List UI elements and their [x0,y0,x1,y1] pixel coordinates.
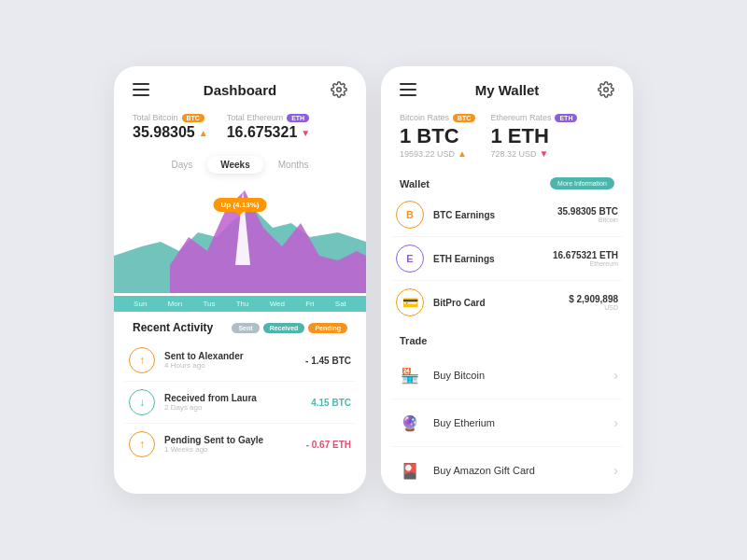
wallet-item-label: ETH Earnings [433,254,543,264]
btc-rate-label: Bitcoin Rates BTC [400,113,475,122]
activity-amount: - 1.45 BTC [305,356,351,366]
wallet-item-amount: 35.98305 BTC [557,206,618,217]
buy-ethereum-label: Buy Etherium [433,417,604,428]
eth-rate-value: 1 ETH [490,124,577,148]
buy-ethereum-icon: 🔮 [396,409,424,437]
chart-day-wed: Wed [270,300,285,308]
wallet-section-header: Wallet More Information [381,170,633,193]
activity-info: Pending Sent to Gayle 1 Weeks ago [164,435,297,454]
btc-rate-value: 1 BTC [400,124,475,148]
dashboard-header: Dashboard [114,66,366,105]
trade-section-header: Trade [381,324,633,352]
wallet-settings-icon[interactable] [598,81,614,98]
activity-badges: Sent Received Pending [232,323,347,333]
chart-area: Up (4.13%) Sun Mon Tus Thu Wed Fri Sat [114,181,366,312]
wallet-item: 💳 BitPro Card $ 2,909,898 USD [392,281,622,324]
wallet-item-amount: 16.675321 ETH [553,250,618,260]
btc-badge: BTC [182,114,204,122]
activity-icon-down: ↓ [129,389,155,415]
eth-rate-usd: 728.32 USD ▼ [490,148,577,159]
wallet-item-currency: Bitcoin [557,217,618,223]
btc-arrow-up-icon: ▲ [199,128,208,138]
activity-title: Recent Activity [133,321,213,334]
btc-rate-arrow-icon: ▲ [458,148,467,159]
eth-label: Total Ethereum ETH [227,113,311,122]
btc-label: Total Bitcoin BTC [133,113,208,122]
wallet-item-currency: USD [569,304,618,311]
chart-day-mon: Mon [168,300,183,308]
chevron-right-icon: › [613,368,618,383]
activity-name: Sent to Alexander [164,351,296,361]
wallet-item-value: 35.98305 BTC Bitcoin [557,206,618,223]
chart-day-tus: Tus [203,300,215,308]
activity-item: ↑ Sent to Alexander 4 Hours ago - 1.45 B… [125,340,355,382]
chart-day-sun: Sun [134,300,147,308]
badge-sent: Sent [232,323,259,333]
activity-icon-pending: ↑ [129,431,155,457]
btc-rate-badge: BTC [453,114,475,122]
menu-icon[interactable] [133,83,149,96]
activity-info: Received from Laura 2 Days ago [164,393,302,412]
btc-rate-stat: Bitcoin Rates BTC 1 BTC 19593.22 USD ▲ [400,113,475,159]
tab-months[interactable]: Months [265,156,322,174]
card-wallet-icon: 💳 [396,288,424,316]
activity-name: Received from Laura [164,393,302,403]
btc-value: 35.98305 ▲ [133,124,208,141]
activity-name: Pending Sent to Gayle [164,435,297,445]
wallet-title: My Wallet [475,82,540,98]
trade-section-title: Trade [400,335,427,346]
eth-rate-stat: Ethereum Rates ETH 1 ETH 728.32 USD ▼ [490,113,577,159]
chart-day-thu: Thu [236,300,249,308]
wallet-item: B BTC Earnings 35.98305 BTC Bitcoin [392,193,622,237]
wallet-panel: My Wallet Bitcoin Rates BTC 1 BTC 19593.… [381,66,633,494]
buy-gift-card-icon: 🎴 [396,456,424,484]
eth-rate-label: Ethereum Rates ETH [490,113,577,122]
buy-amazon-gift-card-label: Buy Amazon Gift Card [433,465,604,476]
eth-value: 16.675321 ▼ [227,124,311,141]
wallet-item-label: BTC Earnings [433,210,548,220]
dashboard-stats: Total Bitcoin BTC 35.98305 ▲ Total Ether… [114,105,366,152]
eth-wallet-icon: E [396,245,424,273]
wallet-item-amount: $ 2,909,898 [569,294,618,304]
eth-rate-arrow-icon: ▼ [539,148,548,159]
svg-point-4 [604,88,609,92]
activity-time: 4 Hours ago [164,361,296,370]
activity-info: Sent to Alexander 4 Hours ago [164,351,296,370]
btc-rate-usd: 19593.22 USD ▲ [400,148,475,159]
buy-bitcoin-item[interactable]: 🏪 Buy Bitcoin › [392,352,622,399]
settings-icon[interactable] [331,81,347,98]
wallet-header: My Wallet [381,66,633,105]
badge-received: Received [263,323,305,333]
wallet-rate-stats: Bitcoin Rates BTC 1 BTC 19593.22 USD ▲ E… [381,105,633,170]
eth-arrow-down-icon: ▼ [301,128,310,138]
svg-point-0 [337,88,342,92]
period-tabs: Days Weeks Months [114,152,366,181]
chevron-right-icon: › [613,415,618,430]
activity-time: 1 Weeks ago [164,445,297,454]
chart-day-sat: Sat [335,300,346,308]
chart-days: Sun Mon Tus Thu Wed Fri Sat [114,296,366,312]
amount-value: 4.15 BTC [311,398,351,408]
eth-badge: ETH [287,114,309,122]
activity-header: Recent Activity Sent Received Pending [114,312,366,340]
badge-pending: Pending [308,323,347,333]
buy-amazon-gift-card-item[interactable]: 🎴 Buy Amazon Gift Card › [392,447,622,494]
btc-wallet-icon: B [396,201,424,229]
wallet-menu-icon[interactable] [400,83,416,96]
eth-stat: Total Ethereum ETH 16.675321 ▼ [227,113,311,141]
wallet-items-list: B BTC Earnings 35.98305 BTC Bitcoin E ET… [381,193,633,324]
tab-days[interactable]: Days [158,156,205,174]
wallet-item-value: $ 2,909,898 USD [569,294,618,311]
dashboard-title: Dashboard [204,82,276,98]
buy-ethereum-item[interactable]: 🔮 Buy Etherium › [392,399,622,447]
chevron-right-icon: › [613,463,618,478]
buy-bitcoin-label: Buy Bitcoin [433,370,604,381]
amount-value: - 1.45 BTC [305,356,351,366]
activity-icon-up: ↑ [129,347,155,373]
wallet-section-title: Wallet [400,178,430,189]
wallet-item-currency: Ethereum [553,260,618,267]
eth-rate-badge: ETH [555,114,577,122]
chart-day-fri: Fri [305,300,314,308]
tab-weeks[interactable]: Weeks [207,156,263,174]
more-info-button[interactable]: More Information [550,177,614,189]
